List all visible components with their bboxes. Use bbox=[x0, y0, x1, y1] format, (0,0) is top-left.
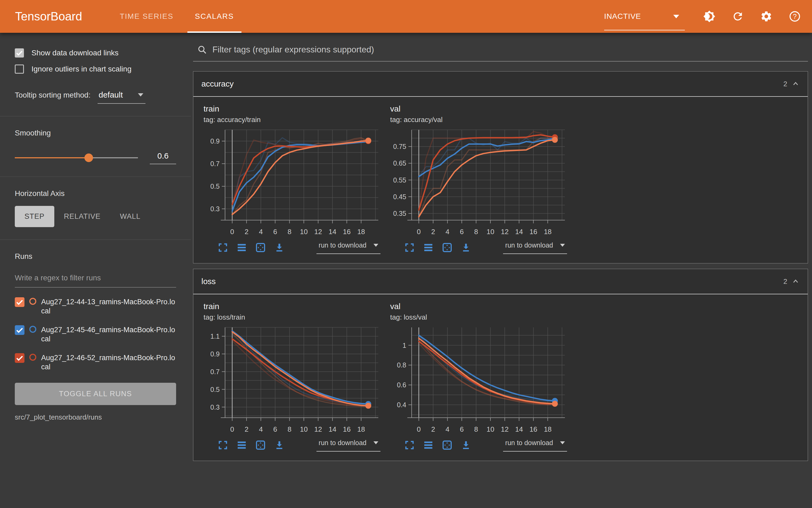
runs-path: src/7_plot_tensorboard/runs bbox=[15, 413, 176, 421]
fullscreen-icon[interactable] bbox=[403, 241, 416, 254]
category-header-loss[interactable]: loss 2 bbox=[193, 269, 808, 294]
smoothing-slider[interactable] bbox=[15, 157, 138, 158]
fullscreen-icon[interactable] bbox=[216, 241, 229, 254]
fullscreen-icon[interactable] bbox=[403, 439, 416, 452]
svg-text:14: 14 bbox=[329, 228, 336, 236]
svg-text:2: 2 bbox=[245, 425, 248, 433]
tab-time-series[interactable]: TIME SERIES bbox=[109, 0, 184, 33]
svg-text:12: 12 bbox=[314, 228, 322, 236]
ignore-outliers-row[interactable]: Ignore outliers in chart scaling bbox=[15, 65, 176, 74]
refresh-icon[interactable] bbox=[731, 10, 744, 23]
svg-text:2: 2 bbox=[431, 425, 435, 433]
category-count: 2 bbox=[783, 80, 787, 88]
settings-icon[interactable] bbox=[760, 10, 773, 23]
filter-tags-placeholder: Filter tags (regular expressions support… bbox=[212, 45, 374, 54]
line-chart-loss-train[interactable]: 0.30.50.70.91.1024681012141618 bbox=[204, 325, 383, 437]
run-row-1[interactable]: Aug27_12-45-46_ramins-MacBook-Pro.local bbox=[15, 325, 176, 343]
run-color-radio[interactable] bbox=[29, 326, 36, 333]
svg-text:0.6: 0.6 bbox=[397, 381, 406, 389]
chart-toolbar: run to download bbox=[204, 241, 383, 254]
run-to-download-select[interactable]: run to download bbox=[503, 241, 567, 254]
svg-text:0.35: 0.35 bbox=[393, 210, 406, 217]
run-to-download-select[interactable]: run to download bbox=[503, 439, 567, 452]
run-checkbox[interactable] bbox=[15, 353, 25, 363]
svg-text:6: 6 bbox=[273, 228, 277, 236]
run-row-0[interactable]: Aug27_12-44-13_ramins-MacBook-Pro.local bbox=[15, 297, 176, 315]
horizontal-axis-label: Horizontal Axis bbox=[15, 189, 176, 198]
run-to-download-select[interactable]: run to download bbox=[317, 439, 380, 452]
help-icon[interactable]: ? bbox=[788, 10, 801, 23]
fit-domain-icon[interactable] bbox=[254, 439, 267, 452]
line-chart-loss-val[interactable]: 0.40.60.81024681012141618 bbox=[390, 325, 570, 437]
fit-domain-icon[interactable] bbox=[441, 439, 454, 452]
run-row-2[interactable]: Aug27_12-46-52_ramins-MacBook-Pro.local bbox=[15, 353, 176, 372]
toggle-all-runs-button[interactable]: TOGGLE ALL RUNS bbox=[15, 383, 176, 405]
wall-button[interactable]: WALL bbox=[110, 206, 150, 227]
smoothing-slider-row: 0.6 bbox=[15, 151, 176, 164]
category-card-loss: loss 2 train tag: loss/train 0.30.50.70.… bbox=[193, 269, 808, 461]
toggle-all-runs-icon[interactable] bbox=[235, 241, 248, 254]
download-icon[interactable] bbox=[273, 241, 286, 254]
download-icon[interactable] bbox=[459, 439, 473, 452]
smoothing-slider-thumb[interactable] bbox=[84, 154, 93, 162]
svg-text:16: 16 bbox=[343, 425, 351, 433]
run-color-radio[interactable] bbox=[29, 354, 36, 361]
toggle-all-runs-icon[interactable] bbox=[422, 241, 435, 254]
show-download-links-checkbox[interactable] bbox=[15, 48, 24, 57]
download-icon[interactable] bbox=[459, 241, 473, 254]
svg-text:18: 18 bbox=[357, 425, 365, 433]
status-label: INACTIVE bbox=[604, 12, 641, 21]
svg-text:0.5: 0.5 bbox=[210, 386, 220, 393]
svg-text:1: 1 bbox=[403, 342, 406, 349]
run-checkbox[interactable] bbox=[15, 297, 25, 307]
tooltip-sorting-label: Tooltip sorting method: bbox=[15, 91, 91, 99]
svg-text:10: 10 bbox=[487, 228, 494, 236]
svg-text:0.45: 0.45 bbox=[393, 193, 406, 201]
tooltip-sorting-select[interactable]: default bbox=[97, 90, 146, 104]
toggle-all-runs-icon[interactable] bbox=[422, 439, 435, 452]
runs-filter-input[interactable]: Write a regex to filter runs bbox=[15, 273, 176, 288]
relative-button[interactable]: RELATIVE bbox=[54, 206, 111, 227]
chevron-up-icon[interactable] bbox=[791, 278, 800, 286]
fit-domain-icon[interactable] bbox=[254, 241, 267, 254]
line-chart-accuracy-val[interactable]: 0.350.450.550.650.75024681012141618 bbox=[390, 127, 570, 240]
caret-down-icon bbox=[560, 441, 565, 444]
filter-tags-input[interactable]: Filter tags (regular expressions support… bbox=[193, 40, 808, 61]
chevron-up-icon[interactable] bbox=[791, 80, 800, 88]
run-color-radio[interactable] bbox=[29, 298, 36, 305]
fit-domain-icon[interactable] bbox=[441, 241, 454, 254]
show-download-links-row[interactable]: Show data download links bbox=[15, 48, 176, 57]
chart-figure-accuracy-train: train tag: accuracy/train 0.30.50.70.902… bbox=[204, 104, 383, 254]
category-header-accuracy[interactable]: accuracy 2 bbox=[193, 72, 808, 96]
step-button[interactable]: STEP bbox=[15, 206, 54, 227]
svg-text:0: 0 bbox=[417, 228, 420, 236]
category-body-loss: train tag: loss/train 0.30.50.70.91.1024… bbox=[193, 294, 808, 461]
svg-text:10: 10 bbox=[487, 425, 494, 433]
chart-title: val bbox=[390, 104, 570, 114]
svg-text:2: 2 bbox=[245, 228, 248, 236]
ignore-outliers-checkbox[interactable] bbox=[15, 65, 24, 74]
app-header: TensorBoard TIME SERIES SCALARS INACTIVE… bbox=[0, 0, 812, 33]
line-chart-accuracy-train[interactable]: 0.30.50.70.9024681012141618 bbox=[204, 127, 383, 240]
run-checkbox[interactable] bbox=[15, 325, 25, 335]
run-to-download-select[interactable]: run to download bbox=[317, 241, 380, 254]
brightness-icon[interactable] bbox=[703, 10, 716, 23]
tab-bar: TIME SERIES SCALARS bbox=[109, 0, 244, 33]
svg-text:14: 14 bbox=[515, 425, 523, 433]
svg-text:0.9: 0.9 bbox=[210, 137, 220, 145]
status-dropdown[interactable]: INACTIVE bbox=[604, 0, 687, 33]
chart-toolbar: run to download bbox=[390, 439, 570, 452]
svg-text:12: 12 bbox=[314, 425, 322, 433]
chart-figure-loss-train: train tag: loss/train 0.30.50.70.91.1024… bbox=[204, 302, 383, 452]
tab-scalars[interactable]: SCALARS bbox=[184, 0, 245, 33]
smoothing-value[interactable]: 0.6 bbox=[150, 151, 176, 164]
svg-text:8: 8 bbox=[474, 228, 478, 236]
toggle-all-runs-icon[interactable] bbox=[235, 439, 248, 452]
category-body-accuracy: train tag: accuracy/train 0.30.50.70.902… bbox=[193, 97, 808, 263]
horizontal-axis-buttons: STEP RELATIVE WALL bbox=[15, 206, 176, 227]
chart-tag: tag: accuracy/val bbox=[390, 116, 570, 124]
svg-text:6: 6 bbox=[273, 425, 277, 433]
download-icon[interactable] bbox=[273, 439, 286, 452]
svg-text:6: 6 bbox=[460, 228, 463, 236]
fullscreen-icon[interactable] bbox=[216, 439, 229, 452]
